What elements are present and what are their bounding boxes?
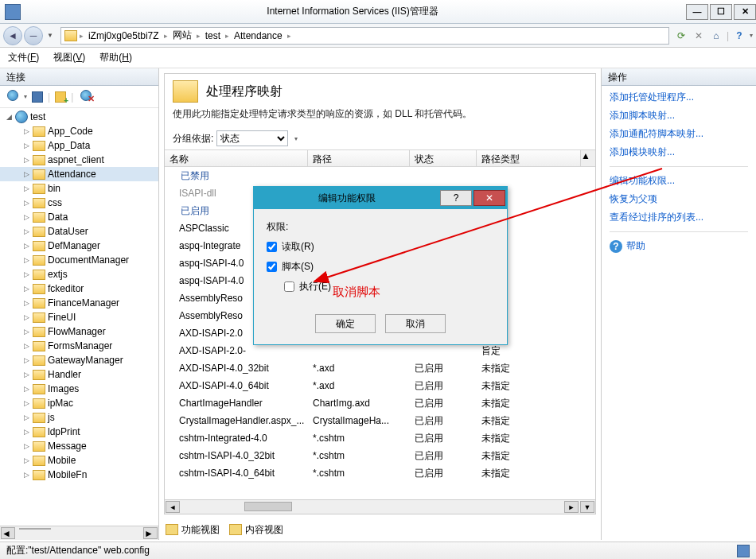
window-titlebar: Internet Information Services (IIS)管理器 —… bbox=[0, 0, 756, 24]
view-tabs: 功能视图 内容视图 bbox=[159, 519, 601, 540]
minimize-button[interactable]: — bbox=[686, 4, 708, 20]
col-state[interactable]: 状态 bbox=[410, 150, 477, 166]
checkbox-script[interactable]: 脚本(S) bbox=[267, 260, 494, 274]
tree-node-aspnet_client[interactable]: ▷aspnet_client bbox=[0, 153, 158, 167]
list-row[interactable]: ChartImageHandlerChartImg.axd已启用未指定 bbox=[165, 394, 595, 412]
dialog-close-button[interactable]: ✕ bbox=[473, 190, 505, 206]
col-ptype[interactable]: 路径类型 bbox=[477, 150, 581, 166]
tree-node-defmanager[interactable]: ▷DefManager bbox=[0, 239, 158, 253]
checkbox-execute[interactable]: 执行(E) bbox=[284, 280, 494, 293]
tree-node-ldpprint[interactable]: ▷ldpPrint bbox=[0, 425, 158, 439]
help-mini-icon[interactable]: ? bbox=[732, 29, 746, 43]
list-row[interactable]: cshtm-ISAPI-4.0_64bit*.cshtm已启用未指定 bbox=[165, 464, 595, 482]
close-button[interactable]: ✕ bbox=[734, 4, 756, 20]
checkbox-read[interactable]: 读取(R) bbox=[267, 240, 494, 254]
crumb-app[interactable]: Attendance bbox=[232, 30, 285, 41]
add-site-icon[interactable]: + bbox=[55, 91, 66, 103]
tree-node-js[interactable]: ▷js bbox=[0, 410, 158, 425]
tree-root-label: test bbox=[30, 111, 45, 122]
col-scroll-up[interactable]: ▲ bbox=[581, 150, 595, 166]
col-path[interactable]: 路径 bbox=[308, 150, 410, 166]
refresh-icon[interactable]: ✕ bbox=[78, 90, 92, 104]
tree-node-css[interactable]: ▷css bbox=[0, 196, 158, 210]
address-bar[interactable]: ▸ iZmj0xg0e5tbi7Z ▸ 网站 ▸ test ▸ Attendan… bbox=[60, 27, 669, 45]
nav-back-button[interactable]: ◄ bbox=[3, 26, 22, 45]
crumb-host[interactable]: iZmj0xg0e5tbi7Z bbox=[86, 30, 162, 41]
action-revert[interactable]: 恢复为父项 bbox=[610, 192, 748, 206]
tree-node-message[interactable]: ▷Message bbox=[0, 439, 158, 453]
handler-mappings-icon bbox=[173, 80, 198, 103]
group-by-select[interactable]: 状态 bbox=[216, 130, 288, 146]
actions-panel: 操作 添加托管处理程序... 添加脚本映射... 添加通配符脚本映射... 添加… bbox=[601, 68, 756, 540]
home-icon[interactable]: ⌂ bbox=[709, 29, 723, 43]
tree-node-mobilefn[interactable]: ▷MobileFn bbox=[0, 468, 158, 482]
list-row[interactable]: AXD-ISAPI-4.0_64bit*.axd已启用未指定 bbox=[165, 377, 595, 394]
tree-node-datauser[interactable]: ▷DataUser bbox=[0, 224, 158, 239]
app-icon bbox=[5, 4, 21, 20]
action-add-managed[interactable]: 添加托管处理程序... bbox=[610, 91, 748, 104]
tree-node-gatewaymanager[interactable]: ▷GatewayManager bbox=[0, 353, 158, 367]
window-title: Internet Information Services (IIS)管理器 bbox=[21, 5, 684, 18]
tree-node-attendance[interactable]: ▷Attendance bbox=[0, 167, 158, 181]
list-row[interactable]: 已禁用 bbox=[165, 167, 595, 184]
tree-node-app_code[interactable]: ▷App_Code bbox=[0, 124, 158, 138]
maximize-button[interactable]: ☐ bbox=[710, 4, 732, 20]
save-icon[interactable] bbox=[32, 91, 43, 103]
tree-node-financemanager[interactable]: ▷FinanceManager bbox=[0, 296, 158, 310]
menu-file[interactable]: 文件(F) bbox=[8, 51, 39, 64]
list-row[interactable]: CrystalImageHandler.aspx_...CrystalImage… bbox=[165, 412, 595, 429]
list-row[interactable]: cshtm-ISAPI-4.0_32bit*.cshtm已启用未指定 bbox=[165, 447, 595, 464]
connections-tree[interactable]: ◢ test ▷App_Code▷App_Data▷aspnet_client▷… bbox=[0, 108, 158, 526]
tab-content[interactable]: 内容视图 bbox=[229, 523, 283, 537]
action-add-wildcard[interactable]: 添加通配符脚本映射... bbox=[610, 127, 748, 141]
tree-node-fineui[interactable]: ▷FineUI bbox=[0, 310, 158, 324]
refresh-mini-icon[interactable]: ⟳ bbox=[674, 29, 688, 43]
connections-toolbar: ▾ | + | ✕ bbox=[0, 86, 158, 108]
list-row[interactable]: AXD-ISAPI-4.0_32bit*.axd已启用未指定 bbox=[165, 359, 595, 377]
list-hscrollbar[interactable]: ◄►▼ bbox=[165, 499, 595, 514]
stop-mini-icon[interactable]: ✕ bbox=[692, 29, 706, 43]
edit-permissions-dialog: 编辑功能权限 ? ✕ 权限: 读取(R) 脚本(S) 执行(E) 确定 取消 bbox=[253, 186, 508, 345]
action-view-sorted[interactable]: 查看经过排序的列表... bbox=[610, 211, 748, 224]
content-icon bbox=[229, 524, 242, 535]
navigation-row: ◄ ─ ▼ ▸ iZmj0xg0e5tbi7Z ▸ 网站 ▸ test ▸ At… bbox=[0, 24, 756, 48]
crumb-site[interactable]: test bbox=[203, 30, 223, 41]
tab-features[interactable]: 功能视图 bbox=[166, 523, 220, 537]
nav-forward-button[interactable]: ─ bbox=[24, 26, 43, 45]
tree-hscrollbar[interactable]: ◄► bbox=[0, 526, 158, 540]
tree-node-app_data[interactable]: ▷App_Data bbox=[0, 138, 158, 153]
dialog-title: 编辑功能权限 bbox=[254, 192, 440, 205]
actions-header: 操作 bbox=[602, 68, 756, 86]
tree-node-extjs[interactable]: ▷extjs bbox=[0, 267, 158, 281]
connections-panel: 连接 ▾ | + | ✕ ◢ test ▷App_Code▷App_Data▷a… bbox=[0, 68, 159, 540]
tree-node-flowmanager[interactable]: ▷FlowManager bbox=[0, 324, 158, 339]
annotation-label: 取消脚本 bbox=[333, 285, 380, 300]
tree-node-fckeditor[interactable]: ▷fckeditor bbox=[0, 281, 158, 296]
action-add-module[interactable]: 添加模块映射... bbox=[610, 146, 748, 159]
tree-node-images[interactable]: ▷Images bbox=[0, 382, 158, 396]
menu-view[interactable]: 视图(V) bbox=[53, 51, 85, 64]
tree-root[interactable]: ◢ test bbox=[0, 110, 158, 124]
crumb-sites[interactable]: 网站 bbox=[170, 29, 194, 42]
action-help[interactable]: ? 帮助 bbox=[610, 239, 748, 253]
nav-history-dropdown[interactable]: ▼ bbox=[45, 32, 56, 39]
dialog-cancel-button[interactable]: 取消 bbox=[385, 314, 446, 333]
tree-node-handler[interactable]: ▷Handler bbox=[0, 367, 158, 382]
connections-header: 连接 bbox=[0, 68, 158, 86]
dialog-help-button[interactable]: ? bbox=[440, 190, 472, 206]
list-row[interactable]: cshtm-Integrated-4.0*.cshtm已启用未指定 bbox=[165, 429, 595, 447]
action-add-script[interactable]: 添加脚本映射... bbox=[610, 109, 748, 122]
tree-node-mobile[interactable]: ▷Mobile bbox=[0, 453, 158, 468]
col-name[interactable]: 名称 bbox=[165, 150, 308, 166]
menu-bar: 文件(F) 视图(V) 帮助(H) bbox=[0, 48, 756, 68]
tree-node-ipmac[interactable]: ▷ipMac bbox=[0, 396, 158, 410]
tree-node-formsmanager[interactable]: ▷FormsManager bbox=[0, 339, 158, 353]
action-edit-permissions[interactable]: 编辑功能权限... bbox=[610, 174, 748, 188]
tree-node-bin[interactable]: ▷bin bbox=[0, 181, 158, 196]
tree-node-data[interactable]: ▷Data bbox=[0, 210, 158, 224]
dialog-ok-button[interactable]: 确定 bbox=[315, 314, 376, 333]
connect-icon[interactable] bbox=[5, 90, 19, 104]
dialog-titlebar[interactable]: 编辑功能权限 ? ✕ bbox=[254, 187, 507, 209]
menu-help[interactable]: 帮助(H) bbox=[99, 51, 132, 64]
tree-node-documentmanager[interactable]: ▷DocumentManager bbox=[0, 253, 158, 267]
